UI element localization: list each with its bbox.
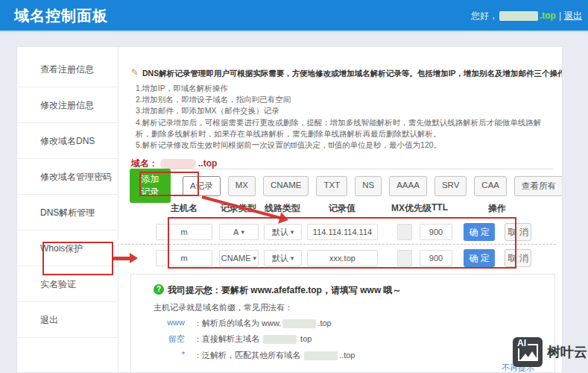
sidebar-item-exit[interactable]: 退出 bbox=[17, 302, 118, 338]
mx-priority-input[interactable] bbox=[397, 224, 412, 240]
record-type-value: CNAME bbox=[221, 254, 251, 263]
chevron-down-icon: ▾ bbox=[253, 254, 257, 262]
sidebar-item-edit-dns[interactable]: 修改域名DNS bbox=[17, 123, 118, 159]
usage-desc: ：泛解析，匹配其他所有域名 ..top bbox=[194, 350, 355, 361]
censored-domain bbox=[304, 351, 338, 360]
col-header-line: 线路类型 bbox=[265, 202, 300, 215]
ai-label: AI bbox=[516, 338, 528, 348]
account-domain-suffix: .top bbox=[540, 10, 556, 21]
mx-priority-input[interactable] bbox=[397, 250, 412, 266]
sidebar-item-realname[interactable]: 实名验证 bbox=[17, 266, 118, 302]
usage-desc-prefix: ：解析后的域名为 www. bbox=[194, 319, 281, 327]
tip-panel: ?我司提示您：要解析 www.afefaffe.top，请填写 www 哦～ 主… bbox=[130, 274, 555, 373]
tab-view-all[interactable]: 查看所有 bbox=[514, 176, 563, 196]
intro-line: 5.解析记录修改后生效时间根据前一次设置的ttl值决定，ttl值的单位是秒，最小… bbox=[136, 140, 553, 151]
censored-username bbox=[499, 11, 538, 21]
cancel-button[interactable]: 取 消 bbox=[505, 249, 531, 267]
divider bbox=[131, 169, 553, 169]
record-type-select[interactable]: CNAME▾ bbox=[219, 250, 259, 266]
ttl-input[interactable] bbox=[420, 224, 452, 240]
records-table: 主机名 记录类型 线路类型 记录值 MX优先级 TTL 操作 A▾ 默认▾ 确 … bbox=[119, 202, 563, 274]
sidebar-item-dns-records[interactable]: DNS解析管理 bbox=[17, 195, 118, 231]
intro-line: 1.增加IP，即域名解析操作 bbox=[136, 83, 553, 94]
ttl-input[interactable] bbox=[420, 250, 452, 266]
domain-control-panel-page: 域名控制面板 您好，.top|退出 查看注册信息 修改注册信息 修改域名DNS … bbox=[0, 0, 588, 373]
usage-desc: ：解析后的域名为 www..top bbox=[194, 318, 332, 329]
col-header-value: 记录值 bbox=[329, 202, 355, 215]
record-type-select[interactable]: A▾ bbox=[219, 224, 259, 240]
usage-key-blank[interactable]: 留空 bbox=[161, 333, 185, 345]
intro-lines: 1.增加IP，即域名解析操作 2.增加别名，即增设子域名，指向到已有空间 3.增… bbox=[131, 83, 553, 151]
record-toolbar: 添加记录 A记录 MX CNAME TXT NS AAAA SRV CAA 查看… bbox=[130, 175, 563, 197]
question-circle-icon: ? bbox=[154, 284, 164, 295]
sidebar-item-edit-password[interactable]: 修改域名管理密码 bbox=[17, 159, 118, 195]
tab-srv[interactable]: SRV bbox=[434, 176, 467, 196]
pencil-icon: ✎ bbox=[131, 67, 139, 78]
col-header-ttl: TTL bbox=[431, 202, 448, 213]
intro-line: 2.增加别名，即增设子域名，指向到已有空间 bbox=[136, 94, 553, 105]
row-divider-dashed bbox=[121, 244, 556, 245]
main-content: ✎DNS解析记录管理即用户可根据实际需要，方便地修改或增加域名解析记录等。包括增… bbox=[119, 47, 563, 372]
host-input[interactable] bbox=[156, 250, 212, 266]
chevron-down-icon: ▾ bbox=[241, 228, 244, 236]
record-value-input[interactable] bbox=[307, 250, 378, 266]
tab-cname[interactable]: CNAME bbox=[263, 176, 309, 196]
chevron-down-icon: ▾ bbox=[291, 228, 294, 236]
tab-a-record[interactable]: A记录 bbox=[183, 176, 221, 196]
usage-key-wildcard[interactable]: * bbox=[161, 350, 185, 359]
header-separator: | bbox=[559, 10, 561, 21]
tab-mx[interactable]: MX bbox=[228, 176, 256, 196]
confirm-button[interactable]: 确 定 bbox=[464, 223, 495, 241]
line-type-value: 默认 bbox=[272, 227, 288, 238]
content-panel: 查看注册信息 修改注册信息 修改域名DNS 修改域名管理密码 DNS解析管理 W… bbox=[16, 46, 563, 373]
domain-label-prefix: 域名： bbox=[131, 158, 158, 169]
usage-desc: ：直接解析主域名 top bbox=[194, 333, 312, 345]
chevron-down-icon: ▾ bbox=[291, 254, 294, 262]
record-type-tabs: A记录 MX CNAME TXT NS AAAA SRV CAA 查看所有 bbox=[183, 176, 563, 196]
sidebar-item-edit-registration[interactable]: 修改注册信息 bbox=[17, 87, 118, 123]
record-row-1: A▾ 默认▾ 确 定 取 消 bbox=[119, 223, 563, 242]
intro-line: 3.增加邮件，即添加MX（邮件交换）记录 bbox=[136, 105, 553, 116]
watermark-brand-text: 树叶云 bbox=[547, 343, 587, 361]
header-account-area: 您好，.top|退出 bbox=[471, 0, 582, 31]
tip-title-text: 我司提示您：要解析 www.afefaffe.top，请填写 www 哦～ bbox=[168, 285, 402, 295]
tab-ns[interactable]: NS bbox=[355, 176, 382, 196]
greeting-text: 您好， bbox=[471, 10, 498, 21]
line-type-value: 默认 bbox=[272, 253, 288, 264]
ai-image-logo-icon: AI bbox=[513, 337, 543, 367]
record-row-2: CNAME▾ 默认▾ 确 定 取 消 bbox=[119, 249, 563, 269]
line-type-select[interactable]: 默认▾ bbox=[264, 250, 302, 266]
record-value-input[interactable] bbox=[307, 224, 378, 240]
usage-desc-prefix: ：泛解析，匹配其他所有域名 bbox=[194, 351, 303, 360]
usage-desc-suffix: .top bbox=[317, 319, 331, 327]
logout-link[interactable]: 退出 bbox=[564, 10, 582, 21]
sidebar: 查看注册信息 修改注册信息 修改域名DNS 修改域名管理密码 DNS解析管理 W… bbox=[17, 47, 118, 372]
usage-key-www[interactable]: www bbox=[161, 318, 185, 327]
sidebar-item-whois[interactable]: Whois保护 bbox=[17, 231, 118, 266]
col-header-action: 操作 bbox=[488, 202, 506, 215]
censored-domain bbox=[263, 335, 297, 344]
confirm-button[interactable]: 确 定 bbox=[464, 249, 495, 267]
tab-caa[interactable]: CAA bbox=[474, 176, 507, 196]
censored-domain bbox=[282, 319, 316, 328]
usage-desc-suffix: ..top bbox=[339, 351, 355, 360]
watermark: AI 树叶云 bbox=[513, 337, 587, 367]
col-header-mx: MX优先级 bbox=[391, 202, 431, 215]
record-type-value: A bbox=[233, 228, 238, 236]
cancel-button[interactable]: 取 消 bbox=[505, 223, 531, 241]
mountain-icon bbox=[526, 351, 538, 360]
col-header-host: 主机名 bbox=[171, 202, 197, 215]
line-type-select[interactable]: 默认▾ bbox=[264, 224, 302, 240]
tab-aaaa[interactable]: AAAA bbox=[389, 176, 427, 196]
intro-lead-text: DNS解析记录管理即用户可根据实际需要，方便地修改或增加域名解析记录等。包括增加… bbox=[142, 69, 563, 78]
sidebar-item-view-registration[interactable]: 查看注册信息 bbox=[17, 51, 118, 87]
page-title: 域名控制面板 bbox=[14, 0, 108, 31]
intro-line: 4.解析记录增加后，可根据需要进行更改或删除，提醒：增加多线智能解析时，需先做默… bbox=[136, 117, 553, 140]
intro-block: ✎DNS解析记录管理即用户可根据实际需要，方便地修改或增加域名解析记录等。包括增… bbox=[131, 68, 553, 151]
add-record-button[interactable]: 添加记录 bbox=[130, 169, 171, 203]
tab-txt[interactable]: TXT bbox=[316, 176, 347, 196]
tip-subtitle: 主机记录就是域名前缀，常见用法有： bbox=[154, 302, 293, 313]
host-input[interactable] bbox=[156, 224, 212, 240]
usage-desc-prefix: ：直接解析主域名 bbox=[194, 334, 262, 343]
header-bar: 域名控制面板 您好，.top|退出 bbox=[0, 0, 588, 32]
